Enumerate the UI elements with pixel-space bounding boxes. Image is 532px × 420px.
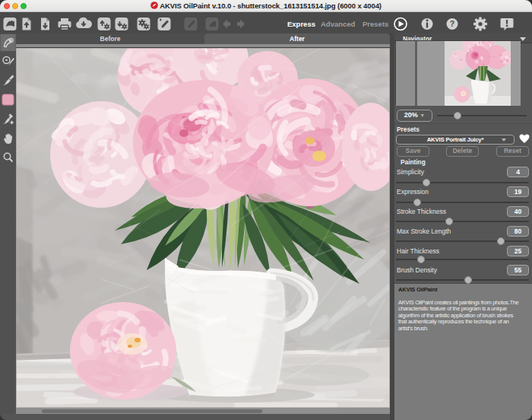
svg-text:?: ? [450, 19, 454, 28]
